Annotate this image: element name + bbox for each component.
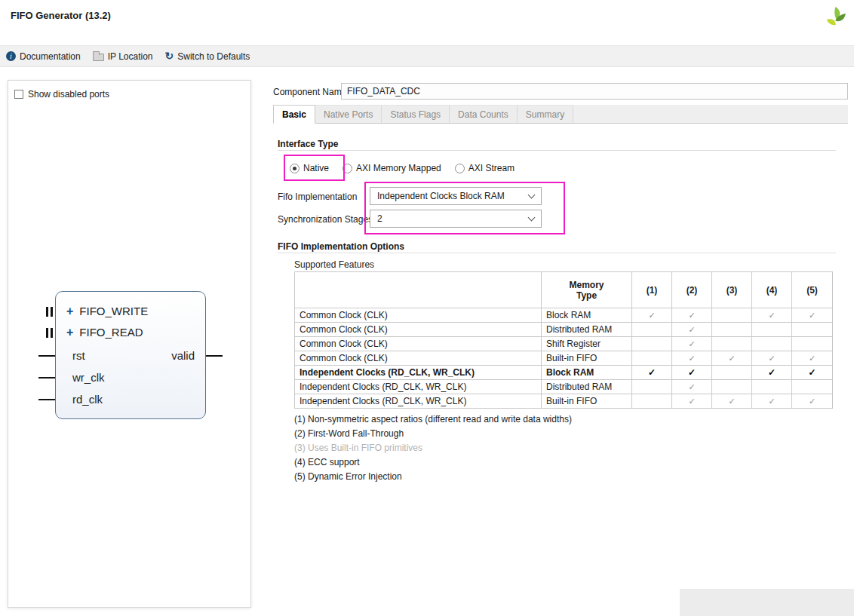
radio-native[interactable]: Native: [290, 163, 329, 173]
memory-cell: Built-in FIFO: [542, 394, 632, 409]
mark-cell: ✓: [792, 366, 833, 380]
feature-header-2: (2): [672, 272, 712, 308]
mark-cell: [712, 366, 752, 380]
mark-cell: ✓: [752, 308, 792, 323]
table-row[interactable]: Common Clock (CLK) Built-in FIFO ✓ ✓ ✓ ✓: [295, 351, 833, 366]
tab-status-flags[interactable]: Status Flags: [382, 105, 450, 123]
radio-button-icon[interactable]: [455, 164, 465, 173]
clock-cell: Common Clock (CLK): [295, 308, 542, 323]
mark-cell: [792, 323, 833, 337]
mark-cell: [632, 351, 672, 366]
synchronization-stages-value: 2: [377, 213, 382, 224]
table-header-row: Memory Type (1) (2) (3) (4) (5): [295, 272, 833, 308]
rd-clk-pin: [38, 399, 55, 400]
table-row[interactable]: Independent Clocks (RD_CLK, WR_CLK) Dist…: [295, 380, 833, 394]
toolbar: Documentation IP Location Switch to Defa…: [0, 45, 854, 67]
divider: [278, 253, 836, 253]
interface-fifo-read[interactable]: FIFO_READ: [66, 326, 143, 339]
fifo-implementation-select[interactable]: Independent Clocks Block RAM: [370, 187, 542, 205]
tab-bar: Basic Native Ports Status Flags Data Cou…: [273, 105, 848, 124]
mark-cell: ✓: [792, 351, 833, 366]
radio-axi-memory-mapped[interactable]: AXI Memory Mapped: [343, 163, 441, 173]
info-icon: [6, 51, 16, 61]
feature-header-5: (5): [792, 272, 833, 308]
ip-location-link[interactable]: IP Location: [93, 51, 153, 62]
radio-button-icon[interactable]: [290, 164, 300, 173]
chevron-down-icon: [528, 191, 536, 198]
radio-axi-stream-label: AXI Stream: [468, 163, 515, 173]
feature-header-4: (4): [752, 272, 792, 308]
interface-port-label: FIFO_READ: [79, 326, 143, 339]
interface-fifo-write[interactable]: FIFO_WRITE: [66, 305, 148, 317]
clock-cell: Common Clock (CLK): [295, 337, 542, 351]
empty-header-cell: [295, 272, 542, 308]
documentation-label: Documentation: [20, 51, 81, 62]
footnote-2: (2) First-Word Fall-Through: [294, 428, 404, 439]
refresh-icon: [165, 51, 174, 61]
mark-cell: ✓: [752, 351, 792, 366]
table-row[interactable]: Common Clock (CLK) Distributed RAM ✓: [295, 323, 833, 337]
documentation-link[interactable]: Documentation: [6, 51, 81, 62]
port-valid: valid: [171, 349, 195, 362]
mark-cell: ✓: [752, 366, 792, 380]
show-disabled-ports-row[interactable]: Show disabled ports: [14, 89, 109, 100]
switch-defaults-label: Switch to Defaults: [177, 51, 250, 62]
expand-plus-icon[interactable]: [66, 306, 73, 317]
fifo-write-bus-pin: [46, 307, 48, 317]
mark-cell: [752, 380, 792, 394]
footnote-5: (5) Dynamic Error Injection: [294, 471, 402, 482]
tab-summary[interactable]: Summary: [518, 105, 573, 123]
switch-to-defaults-link[interactable]: Switch to Defaults: [165, 51, 250, 62]
port-rd-clk: rd_clk: [72, 393, 103, 406]
tab-basic[interactable]: Basic: [273, 105, 315, 124]
component-name-input[interactable]: FIFO_DATA_CDC: [341, 83, 848, 100]
xilinx-logo: [821, 5, 848, 32]
mark-cell: ✓: [752, 394, 792, 409]
mark-cell: ✓: [672, 323, 712, 337]
table-row[interactable]: Independent Clocks (RD_CLK, WR_CLK) Buil…: [295, 394, 833, 409]
port-rst: rst: [72, 349, 85, 362]
diagram-panel: Show disabled ports FIFO_WRITE FIFO_READ…: [8, 80, 251, 608]
tab-data-counts[interactable]: Data Counts: [450, 105, 518, 123]
table-row-selected[interactable]: Independent Clocks (RD_CLK, WR_CLK) Bloc…: [295, 366, 833, 380]
synchronization-stages-label: Synchronization Stages: [278, 214, 373, 225]
mark-cell: [752, 337, 792, 351]
mark-cell: [632, 380, 672, 394]
supported-features-table: Memory Type (1) (2) (3) (4) (5) Common C…: [294, 271, 833, 409]
expand-plus-icon[interactable]: [66, 327, 73, 338]
mark-cell: ✓: [672, 337, 712, 351]
mark-cell: ✓: [632, 366, 672, 380]
radio-button-icon[interactable]: [343, 164, 352, 173]
ip-location-label: IP Location: [108, 51, 153, 62]
port-wr-clk: wr_clk: [72, 371, 105, 384]
fifo-implementation-value: Independent Clocks Block RAM: [377, 191, 505, 201]
radio-axi-mm-label: AXI Memory Mapped: [356, 163, 441, 173]
mark-cell: [712, 308, 752, 323]
supported-features-label: Supported Features: [294, 259, 374, 270]
table-row[interactable]: Common Clock (CLK) Shift Register ✓: [295, 337, 833, 351]
mark-cell: ✓: [792, 308, 833, 323]
footnote-1: (1) Non-symmetric aspect ratios (differe…: [294, 414, 572, 424]
table-row[interactable]: Common Clock (CLK) Block RAM ✓ ✓ ✓ ✓: [295, 308, 833, 323]
mark-cell: [632, 323, 672, 337]
clock-cell: Common Clock (CLK): [295, 351, 542, 366]
chevron-down-icon: [528, 213, 536, 221]
radio-axi-stream[interactable]: AXI Stream: [455, 163, 515, 173]
clock-cell: Independent Clocks (RD_CLK, WR_CLK): [295, 394, 542, 409]
component-name-label: Component Name: [273, 87, 346, 97]
memory-type-header: Memory Type: [542, 272, 632, 308]
mark-cell: ✓: [672, 308, 712, 323]
clock-cell: Common Clock (CLK): [295, 323, 542, 337]
mark-cell: ✓: [672, 394, 712, 409]
mark-cell: [792, 337, 833, 351]
memory-cell: Block RAM: [542, 366, 632, 380]
tab-native-ports[interactable]: Native Ports: [315, 105, 382, 123]
valid-pin: [206, 355, 223, 357]
mark-cell: [792, 380, 833, 394]
mark-cell: ✓: [672, 380, 712, 394]
fifo-options-heading: FIFO Implementation Options: [278, 241, 404, 252]
mark-cell: [632, 394, 672, 409]
mark-cell: ✓: [792, 394, 833, 409]
synchronization-stages-select[interactable]: 2: [370, 210, 542, 228]
show-disabled-ports-checkbox[interactable]: [14, 90, 23, 99]
